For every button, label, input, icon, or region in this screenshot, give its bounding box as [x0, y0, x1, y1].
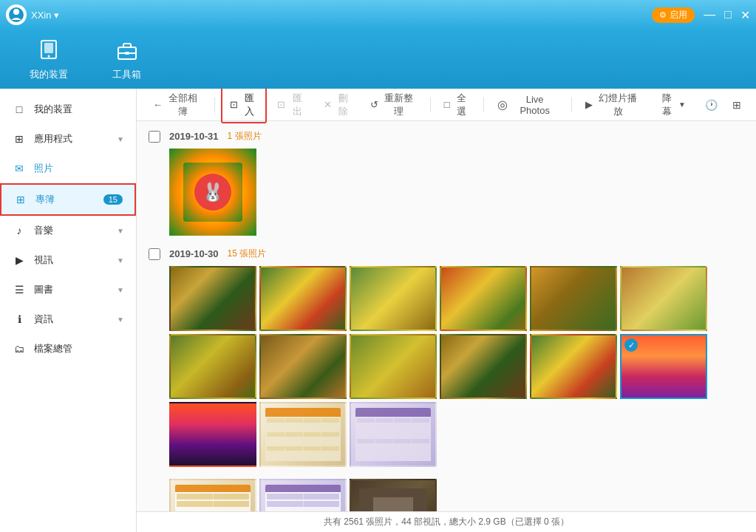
photo-grid-2: ✓ [169, 266, 744, 467]
photo-thumb[interactable] [530, 266, 617, 331]
sidebar-item-files[interactable]: 🗂 檔案總管 [0, 334, 136, 364]
info-arrow: ▼ [117, 316, 124, 324]
lower-button[interactable]: 降幕 ▼ [650, 89, 693, 122]
import-button[interactable]: ⊡ 匯入 [221, 89, 268, 123]
books-arrow: ▼ [117, 286, 124, 294]
status-text: 共有 2561 張照片，44 部視訊，總大小 2.9 GB（已選擇 0 張） [324, 516, 569, 528]
svg-point-4 [48, 55, 50, 58]
apps-arrow: ▼ [117, 135, 124, 143]
grid-view-button[interactable]: ⊞ [726, 95, 747, 115]
minimize-button[interactable]: — [704, 8, 715, 21]
info-icon: ℹ [12, 312, 27, 327]
grid-icon: ⊞ [732, 99, 741, 111]
separator-1 [214, 98, 215, 112]
live-photos-button[interactable]: ◎ Live Photos [490, 90, 565, 120]
nav-toolbox[interactable]: 工具箱 [112, 37, 141, 81]
photo-thumb[interactable] [530, 334, 617, 399]
main-layout: □ 我的装置 ⊞ 應用程式 ▼ ✉ 照片 ⊞ 專簿 15 ♪ 音樂 ▼ ▶ 視訊… [0, 89, 756, 532]
checkbox-icon: □ [444, 99, 450, 110]
date-group-2019-10-31: 2019-10-31 1 張照片 🐰 [149, 130, 744, 236]
photo-thumb[interactable] [169, 266, 256, 331]
reorganize-icon: ↺ [370, 99, 378, 110]
separator-3 [483, 98, 484, 112]
photo-grid-1: 🐰 [169, 149, 744, 236]
device-icon [35, 37, 62, 64]
content-area: ← 全部相簿 ⊡ 匯入 ⊡ 匯出 ✕ 刪除 ↺ 重新整理 □ [137, 89, 756, 532]
titlebar: XXin ▾ ⚙ 启用 — □ ✕ [0, 0, 756, 30]
export-button[interactable]: ⊡ 匯出 [270, 89, 313, 122]
status-bar: 共有 2561 張照片，44 部視訊，總大小 2.9 GB（已選擇 0 張） [137, 511, 756, 532]
clock-icon: 🕐 [705, 99, 718, 111]
date-group-2019-10-30: 2019-10-30 15 張照片 [149, 248, 744, 467]
app-name: XXin ▾ [31, 10, 59, 21]
separator-4 [571, 98, 572, 112]
svg-rect-7 [125, 52, 129, 55]
import-icon: ⊡ [230, 99, 238, 110]
sidebar-item-my-device[interactable]: □ 我的装置 [0, 95, 136, 124]
toolbox-icon [114, 37, 140, 64]
photo-thumb[interactable] [620, 266, 707, 331]
reorganize-button[interactable]: ↺ 重新整理 [363, 89, 424, 122]
nav-my-device[interactable]: 我的装置 [30, 37, 68, 81]
date-label-2: 2019-10-30 [169, 248, 219, 259]
photo-thumb[interactable] [350, 266, 437, 331]
video-arrow: ▼ [117, 256, 124, 265]
top-navigation: 我的装置 工具箱 [0, 30, 756, 89]
music-icon: ♪ [12, 223, 27, 238]
photo-thumb[interactable] [169, 334, 256, 399]
video-icon: ▶ [12, 253, 27, 267]
date-header-2: 2019-10-30 15 張照片 [149, 248, 744, 260]
svg-point-1 [13, 9, 19, 15]
photo-thumb[interactable] [440, 334, 527, 399]
slideshow-button[interactable]: ▶ 幻燈片播放 [578, 89, 647, 122]
sidebar-item-video[interactable]: ▶ 視訊 ▼ [0, 245, 136, 275]
sidebar: □ 我的装置 ⊞ 應用程式 ▼ ✉ 照片 ⊞ 專簿 15 ♪ 音樂 ▼ ▶ 視訊… [0, 89, 137, 532]
activate-button[interactable]: ⚙ 启用 [652, 7, 695, 23]
photo-thumb[interactable] [350, 334, 437, 399]
play-icon: ▶ [585, 99, 593, 110]
back-button[interactable]: ← 全部相簿 [146, 89, 208, 122]
photo-thumb[interactable] [169, 479, 256, 511]
sidebar-item-apps[interactable]: ⊞ 應用程式 ▼ [0, 124, 136, 154]
titlebar-right: ⚙ 启用 — □ ✕ [652, 7, 750, 23]
select-all-button[interactable]: □ 全選 [437, 89, 478, 122]
sidebar-item-albums[interactable]: ⊞ 專簿 15 [0, 183, 136, 216]
album-icon: ⊞ [13, 192, 28, 207]
maximize-button[interactable]: □ [724, 8, 732, 21]
date-select-checkbox-1[interactable] [149, 131, 160, 143]
titlebar-left: XXin ▾ [6, 4, 59, 25]
date-label-1: 2019-10-31 [169, 131, 219, 142]
albums-badge: 15 [103, 194, 123, 205]
delete-button[interactable]: ✕ 刪除 [316, 89, 360, 122]
photo-thumb[interactable] [440, 266, 527, 331]
date-group-extra [149, 479, 744, 511]
folder-icon: 🗂 [12, 341, 27, 356]
toolbar: ← 全部相簿 ⊡ 匯入 ⊡ 匯出 ✕ 刪除 ↺ 重新整理 □ [137, 89, 756, 121]
photo-thumb[interactable] [259, 266, 347, 331]
photo-thumb[interactable] [259, 402, 347, 467]
dropdown-arrow-icon: ▼ [678, 100, 686, 109]
photo-thumb[interactable] [169, 402, 256, 467]
app-logo [6, 4, 27, 25]
sidebar-item-photos[interactable]: ✉ 照片 [0, 154, 136, 183]
close-button[interactable]: ✕ [740, 8, 750, 22]
photo-icon: ✉ [12, 161, 27, 176]
sidebar-item-books[interactable]: ☰ 圖書 ▼ [0, 275, 136, 304]
photo-thumb[interactable] [259, 479, 347, 511]
photo-thumb[interactable] [350, 402, 437, 467]
photo-thumb-selected[interactable]: ✓ [620, 334, 707, 399]
photo-thumb[interactable] [350, 479, 437, 511]
photo-grid-3 [169, 479, 744, 511]
device-icon: □ [12, 102, 27, 117]
date-select-checkbox-2[interactable] [149, 248, 160, 260]
clock-view-button[interactable]: 🕐 [699, 95, 723, 115]
date-count-1: 1 張照片 [228, 130, 262, 143]
sidebar-item-info[interactable]: ℹ 資訊 ▼ [0, 304, 136, 334]
export-icon: ⊡ [277, 99, 285, 110]
photo-thumb[interactable]: 🐰 [169, 149, 256, 236]
photo-thumb[interactable] [259, 334, 347, 399]
sidebar-item-music[interactable]: ♪ 音樂 ▼ [0, 216, 136, 245]
book-icon: ☰ [12, 282, 27, 297]
live-photos-icon: ◎ [497, 98, 508, 112]
selection-check: ✓ [624, 338, 638, 352]
